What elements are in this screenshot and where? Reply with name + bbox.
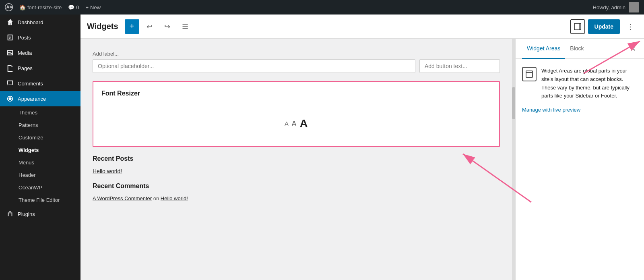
sidebar-item-header[interactable]: Header <box>0 169 80 181</box>
undo-button[interactable]: ↩ <box>142 19 157 34</box>
comments-bubble[interactable]: 💬 0 <box>68 4 79 10</box>
admin-avatar[interactable] <box>629 2 639 12</box>
recent-posts-title: Recent Posts <box>93 155 500 162</box>
input-row <box>93 59 500 73</box>
wp-logo[interactable] <box>5 3 13 11</box>
sidebar-item-comments[interactable]: Comments <box>0 76 80 91</box>
on-text: on <box>153 195 159 201</box>
panel-icon-row: Widget Areas are global parts in your si… <box>522 67 638 100</box>
placeholder-input[interactable] <box>93 59 415 73</box>
widget-form: Add label... <box>93 51 500 73</box>
widget-area-icon <box>522 67 537 81</box>
sidebar-item-oceanwp[interactable]: OceanWP <box>0 181 80 194</box>
sidebar-toggle-button[interactable] <box>570 19 585 34</box>
appearance-submenu: Themes Patterns Customize Widgets Menus … <box>0 106 80 206</box>
sidebar-item-dashboard[interactable]: Dashboard <box>0 15 80 30</box>
font-resizer-content: A A A <box>101 109 491 138</box>
sidebar: Dashboard Posts Media Pages Comments App… <box>0 15 80 280</box>
commenter-link[interactable]: A WordPress Commenter <box>93 195 152 201</box>
content-area: Add label... Font Resizer A A A <box>80 39 644 280</box>
font-size-large: A <box>300 117 308 130</box>
right-panel: Widget Areas Block ✕ Widget Areas are gl… <box>515 39 644 280</box>
sidebar-item-patterns[interactable]: Patterns <box>0 119 80 131</box>
sidebar-item-label: Dashboard <box>18 19 43 25</box>
add-label-text: Add label... <box>93 51 500 57</box>
sidebar-item-customize[interactable]: Customize <box>0 131 80 144</box>
sidebar-item-theme-file-editor[interactable]: Theme File Editor <box>0 194 80 206</box>
page-title: Widgets <box>87 22 118 31</box>
font-size-small: A <box>285 120 288 127</box>
site-name[interactable]: 🏠 font-resize-site <box>19 4 62 10</box>
add-block-button[interactable]: + <box>125 19 139 34</box>
sidebar-item-themes[interactable]: Themes <box>0 106 80 119</box>
sidebar-item-label: Pages <box>18 65 33 71</box>
comment-post-link[interactable]: Hello world! <box>161 195 188 201</box>
recent-comments-section: Recent Comments A WordPress Commenter on… <box>93 183 500 201</box>
redo-button[interactable]: ↪ <box>160 19 175 34</box>
sidebar-item-label: Comments <box>18 81 43 87</box>
editor-area[interactable]: Add label... Font Resizer A A A <box>80 39 512 280</box>
sidebar-item-plugins[interactable]: Plugins <box>0 206 80 222</box>
widget-title: Font Resizer <box>101 90 491 97</box>
sidebar-item-label: Plugins <box>18 211 35 217</box>
scrollbar-thumb[interactable] <box>512 87 515 119</box>
panel-tabs: Widget Areas Block ✕ <box>516 39 644 59</box>
sidebar-item-label: Posts <box>18 35 31 41</box>
sidebar-item-media[interactable]: Media <box>0 45 80 60</box>
sidebar-item-posts[interactable]: Posts <box>0 30 80 45</box>
new-content[interactable]: + New <box>85 4 101 10</box>
toolbar: Widgets + ↩ ↪ ☰ Update ⋮ <box>80 15 644 39</box>
manage-live-preview-link[interactable]: Manage with live preview <box>522 107 638 113</box>
sidebar-item-label: Appearance <box>18 96 46 102</box>
panel-description: Widget Areas are global parts in your si… <box>541 67 638 100</box>
sidebar-item-pages[interactable]: Pages <box>0 60 80 76</box>
tab-block[interactable]: Block <box>565 39 588 59</box>
panel-close-button[interactable]: ✕ <box>628 43 638 55</box>
recent-comments-title: Recent Comments <box>93 183 500 190</box>
button-text-input[interactable] <box>419 59 500 73</box>
font-resizer-widget[interactable]: Font Resizer A A A <box>93 81 500 147</box>
sidebar-item-appearance[interactable]: Appearance <box>0 91 80 106</box>
svg-rect-0 <box>574 23 581 30</box>
scrollbar-track[interactable] <box>512 39 515 280</box>
update-button[interactable]: Update <box>588 19 620 34</box>
recent-posts-section: Recent Posts Hello world! <box>93 155 500 174</box>
list-view-button[interactable]: ☰ <box>178 19 192 34</box>
font-size-medium: A <box>292 120 297 128</box>
recent-comment-item: A WordPress Commenter on Hello world! <box>93 195 500 201</box>
sidebar-item-menus[interactable]: Menus <box>0 156 80 169</box>
recent-post-link[interactable]: Hello world! <box>93 168 500 174</box>
sidebar-item-widgets[interactable]: Widgets <box>0 144 80 156</box>
more-options-button[interactable]: ⋮ <box>623 19 638 34</box>
panel-body: Widget Areas are global parts in your si… <box>516 59 644 280</box>
howdy-text: Howdy, admin <box>593 4 625 10</box>
tab-widget-areas[interactable]: Widget Areas <box>522 39 565 59</box>
sidebar-item-label: Media <box>18 50 32 56</box>
svg-rect-2 <box>526 71 533 77</box>
